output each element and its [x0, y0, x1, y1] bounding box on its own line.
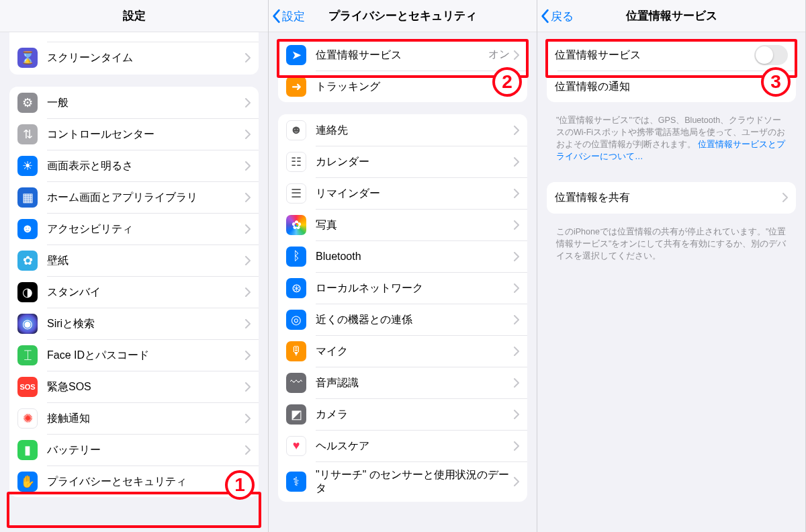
chevron-right-icon [245, 351, 251, 360]
research-icon: ⚕ [286, 472, 306, 492]
row-label: バッテリー [47, 437, 245, 463]
chevron-right-icon [245, 319, 251, 328]
row-label: 一般 [47, 89, 245, 116]
row-label: 連絡先 [316, 117, 514, 144]
location-group-b: 位置情報を共有 [547, 182, 796, 214]
list-row[interactable]: ᛒBluetooth [278, 240, 527, 272]
list-row[interactable]: ➜トラッキング [278, 71, 527, 102]
calendar-icon: ☷ [286, 152, 306, 172]
row-label: 接触通知 [47, 405, 245, 432]
row-label: ホーム画面とアプリライブラリ [47, 184, 245, 211]
chevron-right-icon [245, 477, 251, 486]
list-row[interactable]: ⚕"リサーチ" のセンサーと使用状況のデータ [278, 461, 527, 502]
chevron-right-icon [514, 82, 519, 91]
row-label: アクセシビリティ [47, 216, 245, 242]
list-row[interactable]: ➤位置情報サービスオン [278, 39, 527, 71]
list-row[interactable]: ⚙︎一般 [9, 87, 259, 118]
row-location-alerts[interactable]: 位置情報の通知 [547, 71, 796, 102]
list-row[interactable]: SOS緊急SOS [9, 371, 259, 402]
list-row[interactable]: ☀︎画面表示と明るさ [9, 150, 259, 181]
row-label: スタンバイ [47, 279, 245, 306]
siri-icon: ◉ [17, 314, 38, 334]
battery-icon: ▮ [17, 440, 38, 460]
row-label: コントロールセンター [47, 121, 245, 148]
row-label: スクリーンタイム [47, 44, 245, 71]
chevron-right-icon [514, 157, 519, 167]
chevron-right-icon [514, 126, 519, 135]
row-label: リマインダー [316, 180, 514, 207]
chevron-right-icon [514, 347, 519, 356]
flower-icon: ✿ [17, 251, 38, 271]
chevron-right-icon [782, 82, 788, 91]
page-title: 設定 [123, 8, 146, 24]
list-row[interactable]: ▦ホーム画面とアプリライブラリ [9, 181, 259, 213]
row-location-toggle[interactable]: 位置情報サービス [547, 39, 796, 71]
list-row[interactable]: 〰音声認識 [278, 367, 527, 398]
list-row[interactable]: ✿写真 [278, 209, 527, 240]
list-row[interactable]: ⊛ローカルネットワーク [278, 272, 527, 304]
row-label: トラッキング [316, 73, 514, 100]
list-row[interactable]: ⌶Face IDとパスコード [9, 339, 259, 371]
list-row[interactable]: ◩カメラ [278, 398, 527, 430]
clock-icon: ◑ [17, 282, 38, 302]
list-row[interactable]: ◉Siriと検索 [9, 308, 259, 339]
chevron-right-icon [245, 193, 251, 202]
network-icon: ⊛ [286, 278, 306, 298]
list-row[interactable]: ☷カレンダー [278, 146, 527, 177]
list-row[interactable]: 🎙マイク [278, 335, 527, 367]
header: 戻る 位置情報サービス [537, 0, 805, 32]
row-share-location[interactable]: 位置情報を共有 [547, 182, 796, 214]
chevron-right-icon [782, 193, 788, 202]
header: 設定 [0, 0, 268, 32]
chevron-right-icon [514, 252, 519, 261]
row-partial-hidden[interactable] [9, 32, 259, 42]
chevron-right-icon [514, 378, 519, 388]
list-row[interactable]: ◑スタンバイ [9, 276, 259, 308]
chevron-right-icon [514, 220, 519, 230]
reminders-icon: ☰ [286, 183, 306, 204]
row-detail: オン [488, 48, 510, 62]
apps-icon: ▦ [17, 187, 38, 208]
list-row[interactable]: ☻連絡先 [278, 114, 527, 146]
row-label: Bluetooth [316, 243, 514, 270]
settings-panel: 設定 ⌛ スクリーンタイム ⚙︎一般⇅コントロールセンター☀︎画面表示と明るさ▦… [0, 0, 269, 532]
row-label: 写真 [316, 212, 514, 238]
chevron-right-icon [514, 189, 519, 198]
list-row[interactable]: ▮バッテリー [9, 434, 259, 466]
chevron-right-icon [514, 441, 519, 451]
bluetooth-icon: ᛒ [286, 247, 306, 267]
list-row[interactable]: ♥ヘルスケア [278, 430, 527, 461]
row-label: マイク [316, 338, 514, 365]
row-label: 画面表示と明るさ [47, 152, 245, 179]
location-icon: ➤ [286, 45, 306, 65]
list-row[interactable]: ⇅コントロールセンター [9, 118, 259, 150]
row-screen-time[interactable]: ⌛ スクリーンタイム [9, 42, 259, 73]
row-label: カメラ [316, 401, 514, 428]
list-row[interactable]: ☰リマインダー [278, 177, 527, 209]
list-row[interactable]: ☻アクセシビリティ [9, 213, 259, 245]
back-button[interactable]: 戻る [540, 0, 574, 32]
gear-icon: ⚙︎ [17, 93, 38, 113]
partial-group: ⌛ スクリーンタイム [9, 32, 259, 75]
hourglass-icon: ⌛ [17, 48, 38, 68]
list-row[interactable]: ✺接触通知 [9, 402, 259, 434]
chevron-right-icon [514, 283, 519, 293]
list-row[interactable]: ✋プライバシーとセキュリティ [9, 466, 259, 497]
chevron-right-icon [514, 410, 519, 419]
chevron-right-icon [245, 53, 251, 62]
row-label: ヘルスケア [316, 433, 514, 459]
tracking-icon: ➜ [286, 77, 306, 97]
row-label: 緊急SOS [47, 373, 245, 400]
back-button[interactable]: 設定 [271, 0, 305, 32]
row-label: Face IDとパスコード [47, 342, 245, 369]
row-label: プライバシーとセキュリティ [47, 468, 245, 495]
location-services-toggle[interactable] [754, 45, 788, 65]
location-footnote: "位置情報サービス"では、GPS、Bluetooth、クラウドソースのWi-Fi… [556, 114, 787, 163]
row-label: Siriと検索 [47, 310, 245, 337]
chevron-right-icon [245, 256, 251, 265]
list-row[interactable]: ✿壁紙 [9, 245, 259, 276]
chevron-right-icon [245, 224, 251, 234]
list-row[interactable]: ◎近くの機器との連係 [278, 304, 527, 335]
chevron-right-icon [245, 287, 251, 297]
row-label: 位置情報サービス [316, 42, 488, 69]
